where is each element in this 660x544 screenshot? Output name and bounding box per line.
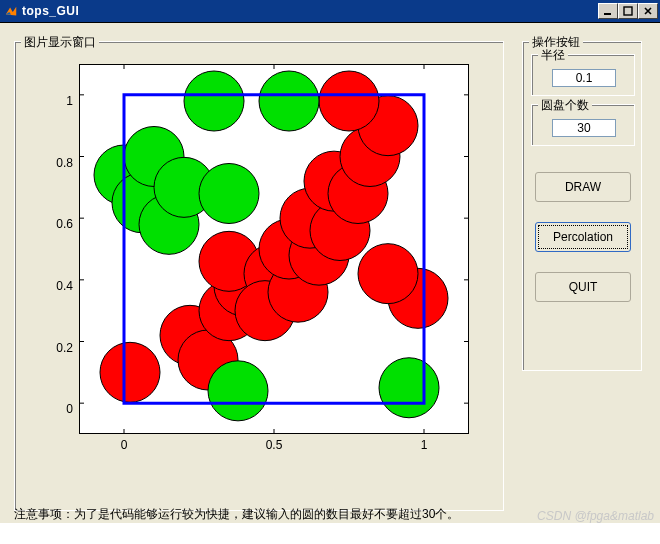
main-axes: 00.20.40.60.8100.51 [79,64,469,434]
minimize-button[interactable] [598,3,618,19]
svg-point-46 [199,164,259,224]
svg-point-38 [319,71,379,131]
quit-button[interactable]: QUIT [535,272,631,302]
draw-button[interactable]: DRAW [535,172,631,202]
note-text: 注意事项：为了是代码能够运行较为快捷，建议输入的圆的数目最好不要超过30个。 [14,506,459,523]
svg-point-40 [358,244,418,304]
close-button[interactable] [638,3,658,19]
y-tick-label: 0.2 [56,341,79,355]
svg-point-48 [259,71,319,131]
count-label: 圆盘个数 [538,97,592,114]
plot-panel: 图片显示窗口 00.20.40.60.8100.51 [14,41,504,511]
svg-point-21 [100,342,160,402]
window-titlebar: tops_GUI [0,0,660,23]
plot-panel-title: 图片显示窗口 [21,34,99,51]
svg-rect-0 [604,13,611,15]
y-tick-label: 0.8 [56,156,79,170]
svg-point-47 [184,71,244,131]
scatter-plot [79,64,469,434]
x-tick-label: 0 [121,434,128,452]
y-tick-label: 1 [66,94,79,108]
matlab-icon [4,4,18,18]
radius-label: 半径 [538,47,568,64]
count-input[interactable] [552,119,616,137]
window-title: tops_GUI [22,4,598,18]
y-tick-label: 0.4 [56,279,79,293]
radius-group: 半径 [531,54,635,96]
y-tick-label: 0.6 [56,217,79,231]
svg-point-50 [379,358,439,418]
x-tick-label: 1 [421,434,428,452]
svg-rect-1 [624,7,632,15]
control-panel: 操作按钮 半径 圆盘个数 DRAW Percolation QUIT [522,41,642,371]
radius-input[interactable] [552,69,616,87]
maximize-button[interactable] [618,3,638,19]
svg-point-49 [208,361,268,421]
y-tick-label: 0 [66,402,79,416]
x-tick-label: 0.5 [266,434,283,452]
watermark-text: CSDN @fpga&matlab [537,509,654,523]
percolation-button[interactable]: Percolation [535,222,631,252]
count-group: 圆盘个数 [531,104,635,146]
